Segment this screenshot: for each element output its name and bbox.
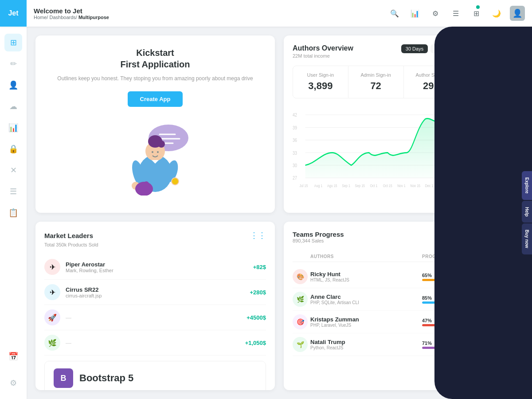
status-dot xyxy=(476,5,480,9)
market-item-4: 🌿 — +1,050$ xyxy=(44,330,266,356)
cirrus-name: Cirrus SR22 xyxy=(66,286,250,293)
svg-text:Nov 15: Nov 15 xyxy=(410,184,420,188)
sidebar-item-dashboard[interactable]: ⊞ xyxy=(4,34,22,51)
piper-value: +82$ xyxy=(253,264,266,270)
piper-sub: Mark, Rowling, Esther xyxy=(66,268,253,273)
breadcrumb: Home/ Dashboards/ Multipurpose xyxy=(34,15,109,20)
create-app-button[interactable]: Create App xyxy=(128,91,183,107)
market-item-cirrus: ✈ Cirrus SR22 cirrus-aircraft.jsp +280$ xyxy=(44,280,266,305)
svg-text:36: 36 xyxy=(293,137,297,143)
market-item-3: 🚀 — +4500$ xyxy=(44,305,266,330)
cirrus-sub: cirrus-aircraft.jsp xyxy=(66,293,250,298)
stat-admin-signin: Admin Sign-in 72 xyxy=(348,66,403,98)
chart-icon[interactable]: 📊 xyxy=(408,6,422,20)
svg-text:Sep 1: Sep 1 xyxy=(342,184,350,188)
authors-subtitle: 22M total income xyxy=(293,53,353,59)
item3-logo: 🚀 xyxy=(44,309,60,325)
piper-name: Piper Aerostar xyxy=(66,261,253,268)
svg-text:Aug 1: Aug 1 xyxy=(314,184,323,188)
help-tab[interactable]: Help xyxy=(522,201,532,223)
sidebar-item-lock[interactable]: 🔒 xyxy=(4,140,22,158)
teams-title: Teams Progress xyxy=(293,231,344,238)
anne-avatar: 🌿 xyxy=(293,292,308,307)
menu-icon[interactable]: ☰ xyxy=(449,6,463,20)
natali-skills: Python, ReactJS xyxy=(310,345,419,350)
kickstart-title: KickstartFirst Application xyxy=(120,47,190,70)
item4-value: +1,050$ xyxy=(245,340,266,346)
illustration xyxy=(111,116,200,201)
right-panel-tabs: Explore Help Buy now xyxy=(522,171,532,254)
kristaps-skills: PHP, Laravel, VueJS xyxy=(310,323,419,328)
natali-name: Natali Trump xyxy=(310,339,419,345)
svg-text:30: 30 xyxy=(293,163,297,168)
sidebar-item-edit[interactable]: ✏ xyxy=(4,55,22,73)
anne-skills: PHP, SQLite, Artisan CLI xyxy=(310,300,419,305)
item4-logo: 🌿 xyxy=(44,335,60,351)
cirrus-value: +280$ xyxy=(250,289,266,296)
svg-point-14 xyxy=(144,181,149,187)
teams-subtitle: 890,344 Sales xyxy=(293,238,344,243)
market-item-piper: ✈ Piper Aerostar Mark, Rowling, Esther +… xyxy=(44,254,266,280)
bootstrap-icon: B xyxy=(54,368,73,388)
search-icon[interactable]: 🔍 xyxy=(387,6,402,20)
page-title: Welcome to Jet xyxy=(34,7,109,15)
sidebar-item-charts[interactable]: 📊 xyxy=(4,119,22,137)
right-panel: Explore Help Buy now xyxy=(434,27,532,399)
ricky-skills: HTML, JS, ReactJS xyxy=(310,278,419,282)
svg-text:39: 39 xyxy=(293,125,297,130)
kristaps-name: Kristaps Zumman xyxy=(310,316,419,323)
period-tab-30days[interactable]: 30 Days xyxy=(401,44,428,53)
svg-point-15 xyxy=(172,178,178,184)
natali-avatar: 🌱 xyxy=(293,337,308,352)
piper-logo: ✈ xyxy=(44,259,60,275)
market-header: Market Leaders ⋮⋮ xyxy=(44,231,266,240)
market-more-icon[interactable]: ⋮⋮ xyxy=(250,231,266,240)
svg-text:Jul 15: Jul 15 xyxy=(299,184,308,188)
buy-tab[interactable]: Buy now xyxy=(522,223,532,254)
market-leaders-card: Market Leaders ⋮⋮ Total 350k Products So… xyxy=(35,222,275,390)
sidebar-item-users[interactable]: 👤 xyxy=(4,76,22,94)
navbar: Jet Welcome to Jet Home/ Dashboards/ Mul… xyxy=(0,0,532,27)
svg-text:Nov 1: Nov 1 xyxy=(397,184,406,188)
svg-point-16 xyxy=(152,151,153,153)
sidebar: ⊞ ✏ 👤 ☁ 📊 🔒 ✕ ☰ 📋 📅 ⚙ xyxy=(0,27,27,399)
svg-text:Oct 1: Oct 1 xyxy=(370,184,378,188)
settings-icon[interactable]: ⚙ xyxy=(428,6,442,20)
anne-name: Anne Clarc xyxy=(310,293,419,300)
svg-text:Sep 15: Sep 15 xyxy=(355,184,365,188)
grid-icon[interactable]: ⊞ xyxy=(469,6,483,20)
sidebar-item-settings[interactable]: ⚙ xyxy=(4,374,22,392)
stat-user-signin: User Sign-in 3,899 xyxy=(293,66,348,98)
svg-text:27: 27 xyxy=(293,176,297,181)
svg-point-8 xyxy=(158,141,165,148)
explore-tab[interactable]: Explore xyxy=(522,171,532,200)
svg-text:33: 33 xyxy=(293,150,297,156)
item3-value: +4500$ xyxy=(246,314,266,321)
kickstart-card: KickstartFirst Application Outlines keep… xyxy=(35,35,275,213)
sidebar-item-cloud[interactable]: ☁ xyxy=(4,98,22,115)
sidebar-item-close[interactable]: ✕ xyxy=(4,161,22,179)
sidebar-item-list[interactable]: ☰ xyxy=(4,183,22,200)
moon-icon[interactable]: 🌙 xyxy=(489,6,504,20)
sidebar-item-clipboard[interactable]: 📋 xyxy=(4,204,22,222)
kristaps-avatar: 🎯 xyxy=(293,314,308,329)
svg-text:Oct 15: Oct 15 xyxy=(383,184,393,188)
navbar-title: Welcome to Jet Home/ Dashboards/ Multipu… xyxy=(34,7,109,20)
svg-text:Dec 1: Dec 1 xyxy=(425,184,434,188)
svg-text:Agu 15: Agu 15 xyxy=(327,184,337,188)
svg-point-17 xyxy=(157,151,159,153)
ricky-avatar: 🎨 xyxy=(293,269,308,284)
navbar-actions: 🔍 📊 ⚙ ☰ ⊞ 🌙 👤 xyxy=(387,6,525,21)
avatar[interactable]: 👤 xyxy=(510,6,525,21)
cirrus-logo: ✈ xyxy=(44,284,60,300)
market-title: Market Leaders xyxy=(44,232,93,239)
bootstrap-text: Bootstrap 5 xyxy=(79,372,133,384)
logo: Jet xyxy=(0,0,27,27)
bootstrap-banner: B Bootstrap 5 xyxy=(44,361,266,390)
authors-title: Authors Overview xyxy=(293,44,353,52)
ricky-name: Ricky Hunt xyxy=(310,271,419,278)
svg-text:42: 42 xyxy=(293,113,297,118)
kickstart-description: Outlines keep you honest. They stoping y… xyxy=(57,74,253,83)
market-subtitle: Total 350k Products Sold xyxy=(44,242,266,247)
sidebar-item-calendar[interactable]: 📅 xyxy=(4,348,22,365)
